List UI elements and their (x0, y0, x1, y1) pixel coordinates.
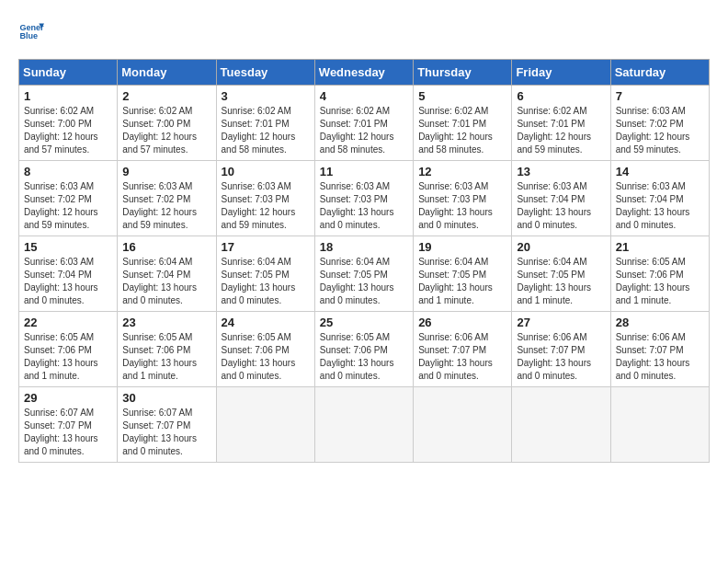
calendar-cell: 6Sunrise: 6:02 AM Sunset: 7:01 PM Daylig… (512, 86, 610, 161)
day-number: 18 (320, 240, 408, 254)
day-info: Sunrise: 6:03 AM Sunset: 7:03 PM Dayligh… (222, 180, 310, 232)
calendar-week-row: 22Sunrise: 6:05 AM Sunset: 7:06 PM Dayli… (19, 312, 710, 387)
day-info: Sunrise: 6:03 AM Sunset: 7:02 PM Dayligh… (24, 180, 112, 232)
day-number: 10 (222, 165, 310, 178)
calendar-cell: 28Sunrise: 6:06 AM Sunset: 7:07 PM Dayli… (610, 312, 709, 387)
calendar-cell: 9Sunrise: 6:03 AM Sunset: 7:02 PM Daylig… (118, 161, 216, 236)
day-number: 28 (616, 316, 704, 329)
day-info: Sunrise: 6:03 AM Sunset: 7:02 PM Dayligh… (616, 105, 704, 156)
day-info: Sunrise: 6:02 AM Sunset: 7:00 PM Dayligh… (24, 105, 112, 156)
day-info: Sunrise: 6:02 AM Sunset: 7:01 PM Dayligh… (320, 105, 408, 156)
day-info: Sunrise: 6:06 AM Sunset: 7:07 PM Dayligh… (616, 331, 704, 383)
day-info: Sunrise: 6:07 AM Sunset: 7:07 PM Dayligh… (24, 407, 112, 458)
calendar-cell: 21Sunrise: 6:05 AM Sunset: 7:06 PM Dayli… (610, 236, 709, 312)
calendar-cell: 22Sunrise: 6:05 AM Sunset: 7:06 PM Dayli… (19, 312, 118, 387)
day-number: 23 (122, 316, 210, 329)
day-of-week-header: Thursday (414, 60, 512, 86)
day-info: Sunrise: 6:04 AM Sunset: 7:05 PM Dayligh… (222, 256, 310, 307)
day-number: 13 (517, 165, 605, 178)
day-info: Sunrise: 6:05 AM Sunset: 7:06 PM Dayligh… (616, 256, 704, 307)
day-number: 22 (24, 316, 112, 329)
calendar-cell: 23Sunrise: 6:05 AM Sunset: 7:06 PM Dayli… (118, 312, 216, 387)
calendar-cell: 4Sunrise: 6:02 AM Sunset: 7:01 PM Daylig… (314, 86, 413, 161)
calendar-table: SundayMondayTuesdayWednesdayThursdayFrid… (18, 59, 710, 463)
day-info: Sunrise: 6:07 AM Sunset: 7:07 PM Dayligh… (122, 407, 210, 458)
day-info: Sunrise: 6:06 AM Sunset: 7:07 PM Dayligh… (517, 331, 605, 383)
calendar-cell: 29Sunrise: 6:07 AM Sunset: 7:07 PM Dayli… (19, 387, 118, 463)
day-info: Sunrise: 6:02 AM Sunset: 7:01 PM Dayligh… (222, 105, 310, 156)
day-number: 29 (24, 391, 112, 405)
calendar-cell (610, 387, 709, 463)
day-info: Sunrise: 6:05 AM Sunset: 7:06 PM Dayligh… (222, 331, 310, 383)
calendar-cell (216, 387, 314, 463)
day-of-week-header: Friday (512, 60, 610, 86)
day-number: 8 (24, 165, 112, 178)
day-number: 7 (616, 89, 704, 103)
day-number: 9 (122, 165, 210, 178)
day-number: 4 (320, 89, 408, 103)
calendar-cell: 24Sunrise: 6:05 AM Sunset: 7:06 PM Dayli… (216, 312, 314, 387)
day-of-week-header: Monday (118, 60, 216, 86)
day-of-week-header: Saturday (610, 60, 709, 86)
calendar-week-row: 15Sunrise: 6:03 AM Sunset: 7:04 PM Dayli… (19, 236, 710, 312)
day-number: 3 (222, 89, 310, 103)
day-info: Sunrise: 6:02 AM Sunset: 7:01 PM Dayligh… (418, 105, 506, 156)
day-of-week-header: Tuesday (216, 60, 314, 86)
day-info: Sunrise: 6:03 AM Sunset: 7:02 PM Dayligh… (122, 180, 210, 232)
calendar-cell: 5Sunrise: 6:02 AM Sunset: 7:01 PM Daylig… (414, 86, 512, 161)
day-info: Sunrise: 6:06 AM Sunset: 7:07 PM Dayligh… (418, 331, 506, 383)
day-number: 26 (418, 316, 506, 329)
calendar-cell: 15Sunrise: 6:03 AM Sunset: 7:04 PM Dayli… (19, 236, 118, 312)
calendar-cell (314, 387, 413, 463)
day-number: 30 (122, 391, 210, 405)
day-number: 25 (320, 316, 408, 329)
day-number: 27 (517, 316, 605, 329)
day-number: 19 (418, 240, 506, 254)
calendar-cell: 1Sunrise: 6:02 AM Sunset: 7:00 PM Daylig… (19, 86, 118, 161)
day-number: 21 (616, 240, 704, 254)
calendar-cell: 25Sunrise: 6:05 AM Sunset: 7:06 PM Dayli… (314, 312, 413, 387)
calendar-cell: 19Sunrise: 6:04 AM Sunset: 7:05 PM Dayli… (414, 236, 512, 312)
day-info: Sunrise: 6:04 AM Sunset: 7:04 PM Dayligh… (122, 256, 210, 307)
day-number: 6 (517, 89, 605, 103)
day-number: 11 (320, 165, 408, 178)
day-info: Sunrise: 6:03 AM Sunset: 7:04 PM Dayligh… (517, 180, 605, 232)
day-number: 17 (222, 240, 310, 254)
day-number: 20 (517, 240, 605, 254)
day-number: 14 (616, 165, 704, 178)
page-header: General Blue (18, 18, 710, 44)
calendar-cell: 16Sunrise: 6:04 AM Sunset: 7:04 PM Dayli… (118, 236, 216, 312)
day-info: Sunrise: 6:03 AM Sunset: 7:04 PM Dayligh… (24, 256, 112, 307)
calendar-cell: 27Sunrise: 6:06 AM Sunset: 7:07 PM Dayli… (512, 312, 610, 387)
calendar-cell: 17Sunrise: 6:04 AM Sunset: 7:05 PM Dayli… (216, 236, 314, 312)
calendar-cell: 18Sunrise: 6:04 AM Sunset: 7:05 PM Dayli… (314, 236, 413, 312)
calendar-cell: 7Sunrise: 6:03 AM Sunset: 7:02 PM Daylig… (610, 86, 709, 161)
calendar-cell: 12Sunrise: 6:03 AM Sunset: 7:03 PM Dayli… (414, 161, 512, 236)
day-number: 12 (418, 165, 506, 178)
calendar-cell: 2Sunrise: 6:02 AM Sunset: 7:00 PM Daylig… (118, 86, 216, 161)
calendar-cell: 13Sunrise: 6:03 AM Sunset: 7:04 PM Dayli… (512, 161, 610, 236)
day-number: 24 (222, 316, 310, 329)
calendar-cell: 10Sunrise: 6:03 AM Sunset: 7:03 PM Dayli… (216, 161, 314, 236)
day-info: Sunrise: 6:05 AM Sunset: 7:06 PM Dayligh… (320, 331, 408, 383)
day-number: 2 (122, 89, 210, 103)
logo-icon: General Blue (18, 18, 44, 44)
day-number: 1 (24, 89, 112, 103)
calendar-cell: 8Sunrise: 6:03 AM Sunset: 7:02 PM Daylig… (19, 161, 118, 236)
calendar-body: 1Sunrise: 6:02 AM Sunset: 7:00 PM Daylig… (19, 86, 710, 463)
day-info: Sunrise: 6:03 AM Sunset: 7:03 PM Dayligh… (418, 180, 506, 232)
calendar-cell: 11Sunrise: 6:03 AM Sunset: 7:03 PM Dayli… (314, 161, 413, 236)
day-of-week-header: Sunday (19, 60, 118, 86)
day-number: 15 (24, 240, 112, 254)
calendar-header-row: SundayMondayTuesdayWednesdayThursdayFrid… (19, 60, 710, 86)
day-info: Sunrise: 6:03 AM Sunset: 7:04 PM Dayligh… (616, 180, 704, 232)
calendar-cell: 30Sunrise: 6:07 AM Sunset: 7:07 PM Dayli… (118, 387, 216, 463)
day-info: Sunrise: 6:02 AM Sunset: 7:00 PM Dayligh… (122, 105, 210, 156)
day-info: Sunrise: 6:03 AM Sunset: 7:03 PM Dayligh… (320, 180, 408, 232)
day-of-week-header: Wednesday (314, 60, 413, 86)
calendar-cell (512, 387, 610, 463)
calendar-week-row: 29Sunrise: 6:07 AM Sunset: 7:07 PM Dayli… (19, 387, 710, 463)
calendar-cell: 20Sunrise: 6:04 AM Sunset: 7:05 PM Dayli… (512, 236, 610, 312)
calendar-cell: 14Sunrise: 6:03 AM Sunset: 7:04 PM Dayli… (610, 161, 709, 236)
day-info: Sunrise: 6:05 AM Sunset: 7:06 PM Dayligh… (24, 331, 112, 383)
